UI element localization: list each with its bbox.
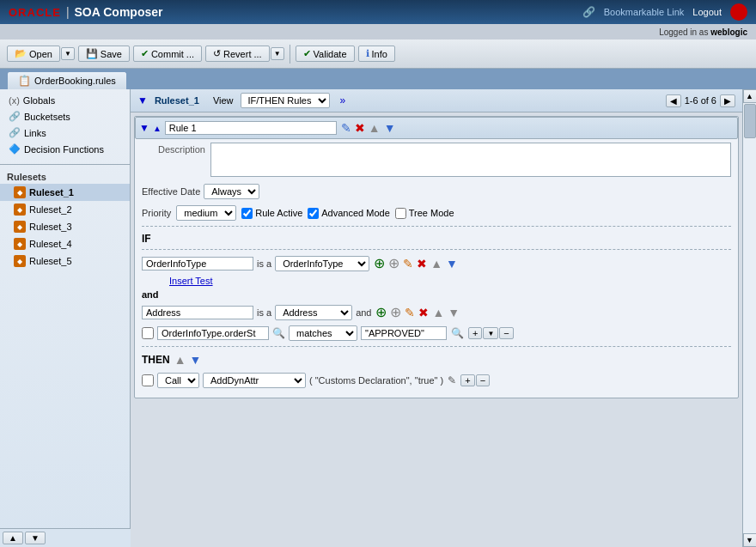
- open-button[interactable]: 📂 Open: [7, 46, 60, 62]
- bookmarkable-link[interactable]: Bookmarkable Link: [604, 7, 685, 17]
- cond1-add-right-icon[interactable]: ⊕: [387, 255, 400, 271]
- cond1-edit-icon[interactable]: ✎: [402, 257, 414, 270]
- rule-expand-icon[interactable]: ▼: [139, 122, 149, 134]
- cond1-move-up-icon[interactable]: ▲: [430, 257, 443, 270]
- revert-button-group[interactable]: ↺ Revert ... ▼: [205, 46, 284, 62]
- call-remove-btn[interactable]: −: [476, 374, 490, 386]
- logo-divider: |: [66, 5, 70, 19]
- matches-plus-minus: + ▼ −: [468, 327, 514, 339]
- matches-dropdown-btn[interactable]: ▼: [483, 327, 498, 339]
- call-checkbox[interactable]: [142, 374, 154, 386]
- sidebar-item-links[interactable]: 🔗 Links: [0, 125, 130, 141]
- cond2-move-down-icon[interactable]: ▼: [447, 306, 460, 319]
- matches-field-input[interactable]: [157, 326, 269, 340]
- cond2-edit-icon[interactable]: ✎: [404, 306, 416, 319]
- matches-checkbox[interactable]: [142, 327, 154, 339]
- rule-delete-icon[interactable]: ✖: [354, 121, 366, 135]
- commit-button[interactable]: ✔ Commit ...: [133, 46, 202, 62]
- matches-remove-btn[interactable]: −: [499, 327, 513, 339]
- condition-2-field[interactable]: [142, 306, 253, 319]
- rule-panel: ▼ ▲ ✎ ✖ ▲ ▼ Description: [134, 116, 739, 398]
- revert-dropdown-arrow[interactable]: ▼: [271, 47, 284, 60]
- then-move-down-icon[interactable]: ▼: [189, 353, 203, 367]
- links-icon: 🔗: [9, 127, 21, 138]
- advanced-mode-checkbox[interactable]: [308, 208, 319, 219]
- scroll-thumb[interactable]: [744, 104, 756, 138]
- priority-row: Priority medium Rule Active Advanced Mod…: [135, 203, 738, 223]
- sidebar-nav-up[interactable]: ▲: [3, 532, 23, 544]
- tree-mode-label[interactable]: Tree Mode: [409, 208, 454, 218]
- revert-button[interactable]: ↺ Revert ...: [205, 46, 270, 62]
- rule-name-input[interactable]: [165, 121, 337, 135]
- sidebar-item-globals[interactable]: (x) Globals: [0, 93, 130, 108]
- info-button[interactable]: ℹ Info: [358, 46, 395, 62]
- rule-action-icons: ✎ ✖ ▲ ▼: [340, 121, 397, 135]
- prev-page-btn[interactable]: ◀: [666, 94, 681, 107]
- rule-move-down-icon[interactable]: ▼: [383, 121, 397, 135]
- ruleset-collapse-icon[interactable]: ▼: [137, 94, 148, 106]
- open-button-group[interactable]: 📂 Open ▼: [7, 46, 75, 62]
- scroll-down-btn[interactable]: ▼: [743, 533, 757, 547]
- tab-order-booking[interactable]: 📋 OrderBooking.rules: [7, 71, 127, 89]
- sidebar-item-ruleset-2[interactable]: ◆ Ruleset_2: [0, 201, 130, 218]
- sidebar-item-ruleset-4[interactable]: ◆ Ruleset_4: [0, 235, 130, 252]
- cond1-delete-icon[interactable]: ✖: [416, 257, 428, 270]
- save-button[interactable]: 💾 Save: [78, 46, 130, 62]
- sidebar-item-ruleset-1[interactable]: ◆ Ruleset_1: [0, 184, 130, 201]
- sidebar-item-ruleset-3[interactable]: ◆ Ruleset_3: [0, 218, 130, 235]
- view-select[interactable]: IF/THEN Rules: [241, 93, 330, 108]
- description-textarea[interactable]: [210, 143, 731, 177]
- effective-date-label: Effective Date: [142, 186, 200, 197]
- cond1-move-down-icon[interactable]: ▼: [445, 257, 459, 270]
- open-dropdown-arrow[interactable]: ▼: [61, 47, 75, 60]
- rule-edit-icon[interactable]: ✎: [340, 121, 352, 135]
- cond2-add-left-icon[interactable]: ⊕: [375, 304, 387, 320]
- rule-active-label[interactable]: Rule Active: [255, 208, 302, 218]
- rule-active-group: Rule Active: [241, 208, 302, 219]
- commit-button-group[interactable]: ✔ Commit ...: [133, 46, 202, 62]
- call-function-select[interactable]: AddDynAttr: [203, 373, 306, 388]
- rule-expand-up-icon[interactable]: ▲: [153, 124, 162, 133]
- condition-2-row: is a Address and ⊕ ⊕ ✎ ✖ ▲ ▼: [135, 301, 738, 323]
- username: weblogic: [710, 27, 747, 37]
- cond2-delete-icon[interactable]: ✖: [418, 306, 430, 319]
- then-move-up-icon[interactable]: ▲: [174, 353, 187, 367]
- matches-value-input[interactable]: [361, 326, 447, 340]
- matches-operator-select[interactable]: matches: [289, 325, 357, 341]
- matches-add-btn[interactable]: +: [468, 327, 482, 339]
- condition-1-field[interactable]: [142, 257, 253, 270]
- sidebar-item-bucketsets[interactable]: 🔗 Bucketsets: [0, 108, 130, 125]
- call-add-btn[interactable]: +: [460, 374, 474, 386]
- scroll-up-btn[interactable]: ▲: [743, 89, 757, 103]
- cond2-move-up-icon[interactable]: ▲: [431, 306, 445, 319]
- view-expand-icon[interactable]: »: [340, 94, 346, 106]
- condition-2-value-select[interactable]: Address: [275, 305, 352, 320]
- pagination: ◀ 1-6 of 6 ▶: [666, 94, 735, 107]
- call-select[interactable]: Call: [157, 373, 199, 388]
- condition-1-value-select[interactable]: OrderInfoType: [275, 256, 369, 271]
- ruleset-2-icon: ◆: [14, 204, 26, 216]
- effective-date-select[interactable]: Always: [204, 184, 259, 199]
- insert-test-link[interactable]: Insert Test: [135, 274, 738, 288]
- matches-search-btn[interactable]: 🔍: [450, 327, 465, 339]
- then-nav-arrows: ▲ ▼: [174, 353, 203, 367]
- priority-select[interactable]: medium: [176, 205, 236, 221]
- rule-active-checkbox[interactable]: [241, 208, 253, 219]
- call-edit-icon[interactable]: ✎: [447, 374, 457, 386]
- vertical-scrollbar[interactable]: ▲ ▼: [742, 89, 756, 547]
- cond1-add-left-icon[interactable]: ⊕: [373, 255, 386, 271]
- sidebar-item-ruleset-5[interactable]: ◆ Ruleset_5: [0, 252, 130, 270]
- cond2-add-right-icon[interactable]: ⊕: [389, 304, 402, 320]
- sidebar-item-decision-functions[interactable]: 🔷 Decision Functions: [0, 141, 130, 157]
- ruleset-3-icon: ◆: [14, 221, 26, 233]
- priority-label: Priority: [142, 208, 171, 218]
- logout-link[interactable]: Logout: [692, 7, 722, 17]
- rule-move-up-icon[interactable]: ▲: [368, 121, 381, 135]
- commit-label: Commit ...: [151, 49, 194, 59]
- sidebar-nav-down[interactable]: ▼: [25, 532, 46, 544]
- advanced-mode-label[interactable]: Advanced Mode: [321, 208, 390, 218]
- tree-mode-checkbox[interactable]: [395, 208, 406, 219]
- next-page-btn[interactable]: ▶: [720, 94, 735, 107]
- app-header: ORACLE | SOA Composer 🔗 Bookmarkable Lin…: [0, 0, 756, 24]
- validate-button[interactable]: ✔ Validate: [296, 46, 355, 62]
